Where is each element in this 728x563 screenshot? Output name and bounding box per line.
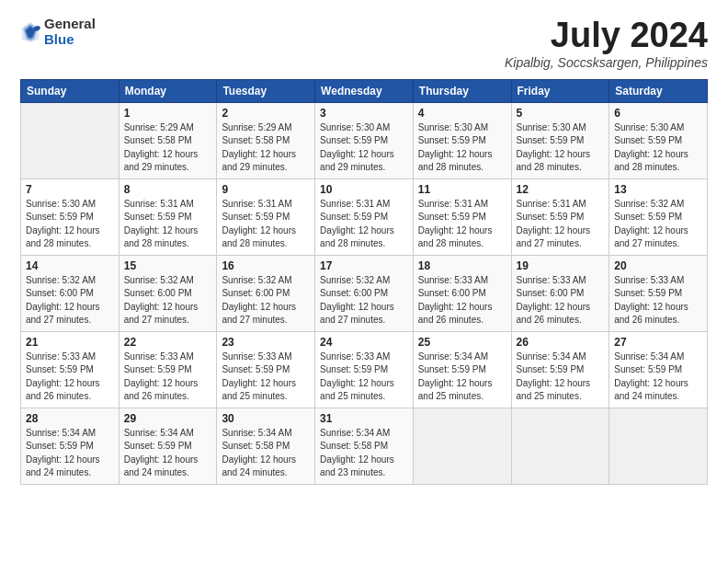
day-number: 6 [614, 107, 702, 120]
day-info: Sunrise: 5:29 AMSunset: 5:58 PMDaylight:… [222, 121, 310, 175]
day-number: 29 [124, 412, 212, 425]
day-cell [21, 102, 119, 178]
day-number: 10 [320, 183, 408, 196]
day-info: Sunrise: 5:34 AMSunset: 5:59 PMDaylight:… [517, 350, 605, 404]
day-info: Sunrise: 5:31 AMSunset: 5:59 PMDaylight:… [320, 198, 408, 251]
day-number: 25 [418, 336, 506, 349]
day-cell: 15Sunrise: 5:32 AMSunset: 6:00 PMDayligh… [119, 255, 217, 331]
day-cell: 18Sunrise: 5:33 AMSunset: 6:00 PMDayligh… [413, 255, 511, 331]
day-cell: 8Sunrise: 5:31 AMSunset: 5:59 PMDaylight… [119, 178, 217, 255]
day-number: 31 [320, 412, 408, 425]
day-info: Sunrise: 5:34 AMSunset: 5:58 PMDaylight:… [222, 427, 310, 480]
day-info: Sunrise: 5:31 AMSunset: 5:59 PMDaylight:… [222, 198, 310, 251]
day-number: 15 [124, 259, 212, 272]
day-number: 14 [26, 259, 114, 272]
day-info: Sunrise: 5:30 AMSunset: 5:59 PMDaylight:… [26, 198, 114, 251]
day-cell [413, 408, 511, 484]
logo-text: General Blue [44, 17, 96, 47]
logo-icon [20, 19, 40, 45]
calendar-table: SundayMondayTuesdayWednesdayThursdayFrid… [20, 79, 708, 485]
day-number: 9 [222, 183, 310, 196]
day-number: 20 [614, 259, 702, 272]
week-row-3: 14Sunrise: 5:32 AMSunset: 6:00 PMDayligh… [21, 255, 708, 331]
day-cell: 24Sunrise: 5:33 AMSunset: 5:59 PMDayligh… [315, 331, 414, 408]
day-info: Sunrise: 5:29 AMSunset: 5:58 PMDaylight:… [124, 121, 212, 175]
day-cell: 11Sunrise: 5:31 AMSunset: 5:59 PMDayligh… [413, 178, 511, 255]
day-info: Sunrise: 5:33 AMSunset: 5:59 PMDaylight:… [222, 350, 310, 404]
day-cell: 5Sunrise: 5:30 AMSunset: 5:59 PMDaylight… [511, 102, 609, 178]
day-cell: 4Sunrise: 5:30 AMSunset: 5:59 PMDaylight… [413, 102, 511, 178]
day-number: 4 [418, 107, 506, 120]
day-number: 26 [517, 336, 605, 349]
header-cell-sunday: Sunday [21, 79, 119, 102]
day-cell: 7Sunrise: 5:30 AMSunset: 5:59 PMDaylight… [21, 178, 119, 255]
day-info: Sunrise: 5:34 AMSunset: 5:58 PMDaylight:… [320, 427, 408, 480]
day-number: 12 [517, 183, 605, 196]
day-number: 5 [517, 107, 605, 120]
day-info: Sunrise: 5:32 AMSunset: 6:00 PMDaylight:… [26, 274, 114, 327]
header: General Blue July 2024 Kipalbig, Soccsks… [20, 17, 708, 70]
day-info: Sunrise: 5:33 AMSunset: 5:59 PMDaylight:… [26, 350, 114, 404]
day-number: 13 [614, 183, 702, 196]
day-cell: 10Sunrise: 5:31 AMSunset: 5:59 PMDayligh… [315, 178, 414, 255]
day-number: 30 [222, 412, 310, 425]
day-info: Sunrise: 5:32 AMSunset: 6:00 PMDaylight:… [222, 274, 310, 327]
day-info: Sunrise: 5:30 AMSunset: 5:59 PMDaylight:… [517, 121, 605, 175]
day-number: 11 [418, 183, 506, 196]
day-info: Sunrise: 5:30 AMSunset: 5:59 PMDaylight:… [418, 121, 506, 175]
header-cell-monday: Monday [119, 79, 217, 102]
header-cell-friday: Friday [511, 79, 609, 102]
day-info: Sunrise: 5:33 AMSunset: 6:00 PMDaylight:… [517, 274, 605, 327]
day-cell: 30Sunrise: 5:34 AMSunset: 5:58 PMDayligh… [217, 408, 315, 484]
header-cell-wednesday: Wednesday [315, 79, 414, 102]
month-title: July 2024 [505, 17, 708, 55]
day-cell: 19Sunrise: 5:33 AMSunset: 6:00 PMDayligh… [511, 255, 609, 331]
day-info: Sunrise: 5:30 AMSunset: 5:59 PMDaylight:… [320, 121, 408, 175]
day-info: Sunrise: 5:32 AMSunset: 6:00 PMDaylight:… [124, 274, 212, 327]
day-number: 18 [418, 259, 506, 272]
day-cell: 21Sunrise: 5:33 AMSunset: 5:59 PMDayligh… [21, 331, 119, 408]
header-cell-thursday: Thursday [413, 79, 511, 102]
day-info: Sunrise: 5:30 AMSunset: 5:59 PMDaylight:… [614, 121, 702, 175]
day-info: Sunrise: 5:34 AMSunset: 5:59 PMDaylight:… [614, 350, 702, 404]
day-number: 3 [320, 107, 408, 120]
calendar-header: SundayMondayTuesdayWednesdayThursdayFrid… [21, 79, 708, 102]
day-cell: 28Sunrise: 5:34 AMSunset: 5:59 PMDayligh… [21, 408, 119, 484]
day-cell: 25Sunrise: 5:34 AMSunset: 5:59 PMDayligh… [413, 331, 511, 408]
day-number: 21 [26, 336, 114, 349]
day-info: Sunrise: 5:31 AMSunset: 5:59 PMDaylight:… [124, 198, 212, 251]
day-number: 17 [320, 259, 408, 272]
day-info: Sunrise: 5:34 AMSunset: 5:59 PMDaylight:… [26, 427, 114, 480]
logo-general: General [44, 17, 96, 32]
day-cell: 23Sunrise: 5:33 AMSunset: 5:59 PMDayligh… [217, 331, 315, 408]
day-cell: 9Sunrise: 5:31 AMSunset: 5:59 PMDaylight… [217, 178, 315, 255]
day-info: Sunrise: 5:32 AMSunset: 6:00 PMDaylight:… [320, 274, 408, 327]
day-info: Sunrise: 5:31 AMSunset: 5:59 PMDaylight:… [517, 198, 605, 251]
day-cell: 29Sunrise: 5:34 AMSunset: 5:59 PMDayligh… [119, 408, 217, 484]
day-number: 16 [222, 259, 310, 272]
day-number: 19 [517, 259, 605, 272]
location-title: Kipalbig, Soccsksargen, Philippines [505, 55, 708, 70]
day-cell: 31Sunrise: 5:34 AMSunset: 5:58 PMDayligh… [315, 408, 414, 484]
day-info: Sunrise: 5:34 AMSunset: 5:59 PMDaylight:… [418, 350, 506, 404]
week-row-4: 21Sunrise: 5:33 AMSunset: 5:59 PMDayligh… [21, 331, 708, 408]
day-number: 2 [222, 107, 310, 120]
day-cell: 22Sunrise: 5:33 AMSunset: 5:59 PMDayligh… [119, 331, 217, 408]
day-info: Sunrise: 5:33 AMSunset: 5:59 PMDaylight:… [124, 350, 212, 404]
calendar-body: 1Sunrise: 5:29 AMSunset: 5:58 PMDaylight… [21, 102, 708, 484]
header-cell-saturday: Saturday [609, 79, 708, 102]
day-cell: 6Sunrise: 5:30 AMSunset: 5:59 PMDaylight… [609, 102, 708, 178]
day-number: 24 [320, 336, 408, 349]
title-block: July 2024 Kipalbig, Soccsksargen, Philip… [505, 17, 708, 70]
day-cell: 20Sunrise: 5:33 AMSunset: 5:59 PMDayligh… [609, 255, 708, 331]
day-number: 28 [26, 412, 114, 425]
day-cell: 13Sunrise: 5:32 AMSunset: 5:59 PMDayligh… [609, 178, 708, 255]
day-info: Sunrise: 5:32 AMSunset: 5:59 PMDaylight:… [614, 198, 702, 251]
page: General Blue July 2024 Kipalbig, Soccsks… [0, 0, 728, 496]
logo-blue: Blue [44, 32, 96, 48]
day-cell: 1Sunrise: 5:29 AMSunset: 5:58 PMDaylight… [119, 102, 217, 178]
day-cell: 26Sunrise: 5:34 AMSunset: 5:59 PMDayligh… [511, 331, 609, 408]
day-number: 8 [124, 183, 212, 196]
day-info: Sunrise: 5:33 AMSunset: 6:00 PMDaylight:… [418, 274, 506, 327]
day-cell: 14Sunrise: 5:32 AMSunset: 6:00 PMDayligh… [21, 255, 119, 331]
